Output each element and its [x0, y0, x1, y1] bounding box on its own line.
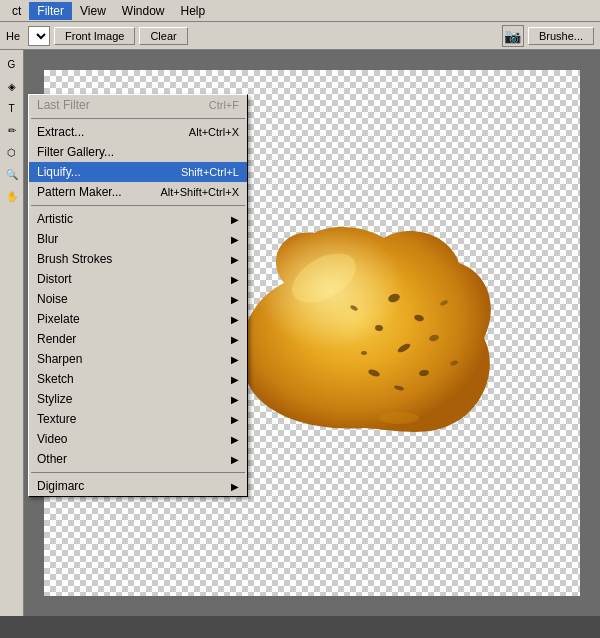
filter-dropdown-menu: Last Filter Ctrl+F Extract... Alt+Ctrl+X… — [28, 94, 248, 497]
menu-filter-gallery[interactable]: Filter Gallery... — [29, 142, 247, 162]
clear-button[interactable]: Clear — [139, 27, 187, 45]
honey-blob — [234, 218, 494, 448]
menu-ct[interactable]: ct — [4, 2, 29, 20]
toolbar-select[interactable] — [28, 26, 50, 46]
menu-sharpen[interactable]: Sharpen ▶ — [29, 349, 247, 369]
menu-video[interactable]: Video ▶ — [29, 429, 247, 449]
toolbar: He Front Image Clear 📷 Brushe... — [0, 22, 600, 50]
svg-point-13 — [379, 412, 419, 424]
brushes-button[interactable]: Brushe... — [528, 27, 594, 45]
menu-pixelate[interactable]: Pixelate ▶ — [29, 309, 247, 329]
menu-noise[interactable]: Noise ▶ — [29, 289, 247, 309]
menu-render[interactable]: Render ▶ — [29, 329, 247, 349]
menu-last-filter[interactable]: Last Filter Ctrl+F — [29, 95, 247, 115]
tool-btn-4[interactable]: ✏ — [2, 120, 22, 140]
menu-extract[interactable]: Extract... Alt+Ctrl+X — [29, 122, 247, 142]
tool-btn-1[interactable]: G — [2, 54, 22, 74]
menu-window[interactable]: Window — [114, 2, 173, 20]
camera-icon[interactable]: 📷 — [502, 25, 524, 47]
front-image-button[interactable]: Front Image — [54, 27, 135, 45]
menu-separator-1 — [31, 118, 245, 119]
menu-help[interactable]: Help — [173, 2, 214, 20]
left-sidebar: G ◈ T ✏ ⬡ 🔍 ✋ — [0, 50, 24, 616]
menu-distort[interactable]: Distort ▶ — [29, 269, 247, 289]
menu-brush-strokes[interactable]: Brush Strokes ▶ — [29, 249, 247, 269]
menu-digimarc[interactable]: Digimarc ▶ — [29, 476, 247, 496]
tool-btn-6[interactable]: 🔍 — [2, 164, 22, 184]
menu-sketch[interactable]: Sketch ▶ — [29, 369, 247, 389]
toolbar-label: He — [6, 30, 20, 42]
menu-view[interactable]: View — [72, 2, 114, 20]
main-area: G ◈ T ✏ ⬡ 🔍 ✋ — [0, 50, 600, 616]
menu-blur[interactable]: Blur ▶ — [29, 229, 247, 249]
menu-separator-2 — [31, 205, 245, 206]
menu-other[interactable]: Other ▶ — [29, 449, 247, 469]
tool-btn-5[interactable]: ⬡ — [2, 142, 22, 162]
menu-artistic[interactable]: Artistic ▶ — [29, 209, 247, 229]
menu-bar: ct Filter View Window Help — [0, 0, 600, 22]
menu-separator-3 — [31, 472, 245, 473]
tool-btn-2[interactable]: ◈ — [2, 76, 22, 96]
menu-liquify[interactable]: Liquify... Shift+Ctrl+L — [29, 162, 247, 182]
menu-stylize[interactable]: Stylize ▶ — [29, 389, 247, 409]
menu-pattern-maker[interactable]: Pattern Maker... Alt+Shift+Ctrl+X — [29, 182, 247, 202]
tool-btn-7[interactable]: ✋ — [2, 186, 22, 206]
menu-filter[interactable]: Filter — [29, 2, 72, 20]
menu-texture[interactable]: Texture ▶ — [29, 409, 247, 429]
tool-btn-3[interactable]: T — [2, 98, 22, 118]
